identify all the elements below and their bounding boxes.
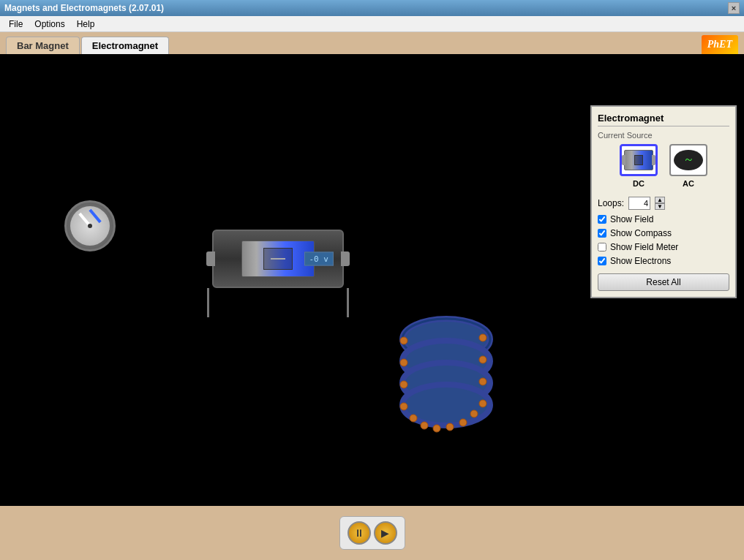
loops-increment[interactable]: ▲ bbox=[655, 197, 665, 203]
reset-all-button[interactable]: Reset All bbox=[598, 273, 729, 291]
show-electrons-row: Show Electrons bbox=[598, 256, 729, 266]
compass-center-dot bbox=[88, 224, 92, 228]
loops-row: Loops: ▲ ▼ bbox=[598, 197, 729, 210]
battery: -0 v bbox=[212, 230, 344, 288]
show-field-row: Show Field bbox=[598, 214, 729, 224]
current-source-row: DC ~ AC bbox=[598, 144, 729, 188]
show-field-meter-label: Show Field Meter bbox=[610, 242, 678, 252]
ac-label: AC bbox=[683, 179, 694, 188]
show-compass-label: Show Compass bbox=[610, 228, 672, 238]
battery-interior bbox=[263, 248, 293, 270]
svg-point-11 bbox=[400, 359, 407, 366]
svg-point-33 bbox=[446, 423, 454, 431]
loops-spinner: ▲ ▼ bbox=[655, 197, 665, 210]
menu-help[interactable]: Help bbox=[71, 18, 101, 31]
pause-icon: ⏸ bbox=[354, 527, 364, 539]
svg-point-32 bbox=[433, 425, 440, 432]
compass bbox=[64, 200, 116, 251]
titlebar-title: Magnets and Electromagnets (2.07.01) bbox=[4, 3, 164, 13]
show-field-meter-checkbox[interactable] bbox=[598, 243, 606, 251]
play-icon: ▶ bbox=[381, 527, 389, 539]
compass-needle-blue bbox=[89, 209, 101, 223]
electromagnet-assembly: -0 v bbox=[212, 230, 344, 288]
menubar: File Options Help bbox=[0, 16, 744, 32]
current-source-label: Current Source bbox=[598, 131, 729, 140]
tab-bar-magnet[interactable]: Bar Magnet bbox=[6, 37, 80, 54]
svg-point-29 bbox=[400, 403, 407, 410]
show-electrons-label: Show Electrons bbox=[610, 256, 671, 266]
dc-battery-icon bbox=[624, 150, 653, 170]
svg-point-30 bbox=[410, 415, 417, 422]
compass-inner bbox=[70, 206, 110, 246]
battery-connector-right bbox=[341, 251, 350, 266]
show-compass-checkbox[interactable] bbox=[598, 229, 606, 238]
panel-title: Electromagnet bbox=[598, 113, 729, 126]
svg-point-20 bbox=[400, 381, 407, 388]
dc-cap-left bbox=[622, 155, 625, 165]
svg-point-34 bbox=[459, 419, 467, 426]
svg-point-35 bbox=[470, 410, 478, 417]
ac-icon-box[interactable]: ~ bbox=[669, 144, 707, 176]
electromagnet-panel: Electromagnet Current Source DC ~ bbox=[590, 105, 737, 298]
titlebar: Magnets and Electromagnets (2.07.01) × bbox=[0, 0, 744, 16]
wire-right bbox=[347, 288, 349, 317]
coil bbox=[388, 303, 505, 451]
dc-cap-right bbox=[652, 155, 655, 165]
phet-logo: PhET bbox=[702, 35, 738, 54]
show-compass-row: Show Compass bbox=[598, 228, 729, 238]
svg-point-27 bbox=[479, 378, 486, 385]
loops-decrement[interactable]: ▼ bbox=[655, 203, 665, 210]
tab-electromagnet[interactable]: Electromagnet bbox=[81, 37, 169, 54]
dc-option[interactable]: DC bbox=[620, 144, 658, 188]
ac-option[interactable]: ~ AC bbox=[669, 144, 707, 188]
compass-outer bbox=[64, 200, 116, 251]
bottom-controls: ⏸ ▶ bbox=[0, 506, 744, 560]
menu-options[interactable]: Options bbox=[29, 18, 70, 31]
svg-point-31 bbox=[421, 422, 428, 429]
playback-controls: ⏸ ▶ bbox=[339, 516, 405, 550]
pause-button[interactable]: ⏸ bbox=[347, 521, 371, 545]
svg-point-18 bbox=[479, 356, 486, 363]
svg-point-9 bbox=[479, 334, 486, 341]
ac-wave-symbol: ~ bbox=[685, 153, 692, 168]
ac-wave-icon: ~ bbox=[674, 150, 703, 170]
battery-connector-left bbox=[206, 251, 215, 266]
svg-point-2 bbox=[400, 337, 407, 344]
wire-left bbox=[207, 288, 209, 317]
close-button[interactable]: × bbox=[728, 2, 740, 14]
svg-point-36 bbox=[479, 400, 486, 407]
voltage-display: -0 v bbox=[304, 252, 334, 266]
tabbar: Bar Magnet Electromagnet PhET bbox=[0, 32, 744, 54]
loops-input[interactable] bbox=[628, 197, 650, 210]
battery-line bbox=[271, 258, 285, 260]
show-field-meter-row: Show Field Meter bbox=[598, 242, 729, 252]
main-area: -0 v bbox=[0, 54, 744, 560]
play-button[interactable]: ▶ bbox=[374, 521, 397, 545]
show-field-checkbox[interactable] bbox=[598, 215, 606, 224]
dc-icon-box[interactable] bbox=[620, 144, 658, 176]
show-field-label: Show Field bbox=[610, 214, 653, 224]
loops-label: Loops: bbox=[598, 198, 624, 208]
dc-label: DC bbox=[633, 179, 645, 188]
dc-interior bbox=[634, 155, 643, 165]
menu-file[interactable]: File bbox=[3, 18, 29, 31]
show-electrons-checkbox[interactable] bbox=[598, 257, 606, 265]
